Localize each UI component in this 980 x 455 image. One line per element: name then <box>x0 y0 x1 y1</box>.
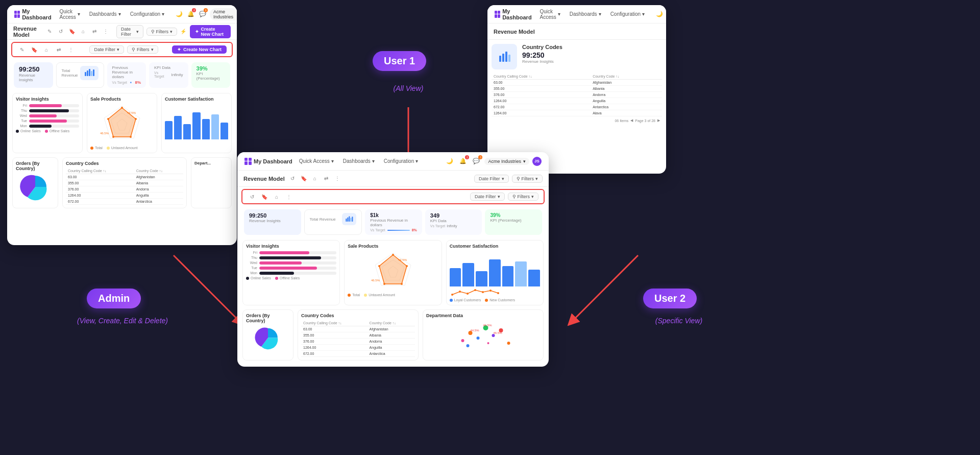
settings-icon-center[interactable]: ⇄ <box>322 174 331 183</box>
nav-cfg-right[interactable]: Configuration▾ <box>608 10 647 18</box>
moon-icon-center[interactable]: 🌙 <box>445 156 455 166</box>
svg-rect-3 <box>91 71 92 76</box>
edit-tb-center2[interactable]: 🔖 <box>260 192 269 201</box>
edit-icon-center[interactable]: ↺ <box>288 174 297 183</box>
edit-tb-center1[interactable]: ↺ <box>248 192 257 201</box>
kpi-prev-rev-left: Previous Revenue in dollars Vs Target 8% <box>107 62 146 88</box>
edit-tb-icon1[interactable]: ✎ <box>17 45 27 54</box>
nav-dashboards-left[interactable]: Dashboards ▾ <box>87 10 124 18</box>
home-icon[interactable]: ⌂ <box>79 27 88 36</box>
edit-tb-center-more[interactable]: ⋮ <box>284 192 293 201</box>
date-filter-center[interactable]: Date Filter▾ <box>474 175 509 183</box>
nav-dash-center[interactable]: Dashboards▾ <box>340 157 377 165</box>
table-row: 672.00Antarctica <box>301 351 415 357</box>
revenue-label-left: Total Revenue <box>62 68 78 78</box>
edit-tb-icon4[interactable]: ⇄ <box>54 45 63 54</box>
user2-bubble: User 2 <box>643 289 697 308</box>
page-info-right: 06 Items ◀ Page 3 of 28 ▶ <box>492 116 662 125</box>
msg-icon-center[interactable]: 💬3 <box>471 156 481 166</box>
sale-products-center: Sale Products 44.5% 46.5% Total <box>344 240 442 305</box>
svg-text:44.5%: 44.5% <box>127 111 136 114</box>
lightning-icon[interactable]: ⚡ <box>180 27 187 36</box>
kpi-row-center: 99:250 Revenue Insights Total Revenue $1… <box>237 206 549 238</box>
customer-satisfaction-left: Customer Satisfaction <box>161 93 232 153</box>
vbar-chart-left <box>165 104 228 139</box>
table-row: 376.00Andorra <box>492 92 662 98</box>
create-btn-edit[interactable]: ✦ Create New Chart <box>172 45 227 54</box>
svg-point-38 <box>467 293 469 295</box>
company-pill-center[interactable]: Acme Industries▾ <box>484 158 529 165</box>
nav-cfg-center[interactable]: Configuration▾ <box>381 157 421 165</box>
kpi-insights-center: 99:250 Revenue Insights <box>244 209 301 235</box>
dept-title: Depart... <box>194 161 228 165</box>
logo-right: My Dashboard <box>495 8 533 20</box>
date-filter-edit[interactable]: Date Filter ▾ <box>89 45 124 54</box>
svg-text:46.5%: 46.5% <box>100 132 109 135</box>
svg-point-51 <box>487 342 489 344</box>
kpi-revenue-center: Total Revenue <box>304 209 362 235</box>
nav-quick-access-left[interactable]: Quick Access ▾ <box>57 8 82 21</box>
svg-point-36 <box>451 294 453 296</box>
filters-btn-left[interactable]: ⚲ Filters ▾ <box>146 28 178 36</box>
user2-sub: (Specific View) <box>633 317 725 325</box>
table-row: 376.00Andorra <box>301 339 415 345</box>
more-icon[interactable]: ⋮ <box>101 27 110 36</box>
moon-icon-right[interactable]: 🌙 <box>655 9 664 19</box>
kpi-pct-left: 39% KPI (Percentage) <box>191 62 231 88</box>
nav-qa-center[interactable]: Quick Access▾ <box>297 157 336 165</box>
settings-icon[interactable]: ⇄ <box>90 27 99 36</box>
moon-icon[interactable]: 🌙 <box>175 9 184 19</box>
svg-point-32 <box>383 283 385 285</box>
more-icon-center[interactable]: ⋮ <box>333 174 342 183</box>
svg-rect-20 <box>346 219 347 222</box>
orders-country-center: Orders (By Country) <box>242 309 293 361</box>
refresh-icon[interactable]: ↺ <box>56 27 65 36</box>
logo-center: My Dashboard <box>244 158 292 165</box>
svg-point-39 <box>474 289 476 291</box>
svg-rect-1 <box>87 70 88 76</box>
svg-point-10 <box>135 118 137 120</box>
edit-toolbar-center: ↺ 🔖 ⌂ ⋮ Date Filter▾ ⚲ Filters▾ <box>241 189 545 204</box>
svg-point-9 <box>121 107 123 109</box>
filters-edit-center[interactable]: ⚲ Filters▾ <box>508 193 539 201</box>
table-row: 63.00Afghanistan <box>492 80 662 86</box>
nav-configuration-left[interactable]: Configuration ▾ <box>128 10 167 18</box>
notification-icon[interactable]: 🔔2 <box>187 9 195 19</box>
filters-center[interactable]: ⚲ Filters▾ <box>512 175 543 183</box>
admin-sub: (View, Create, Edit & Delete) <box>66 317 179 325</box>
right-card-content: Country Codes 99:250 Revenue Insights Co… <box>487 40 666 129</box>
logo-grid-icon <box>14 11 20 18</box>
edit-tb-center3[interactable]: ⌂ <box>272 192 281 201</box>
edit-tb-icon2[interactable]: 🔖 <box>30 45 39 54</box>
edit-icon[interactable]: ✎ <box>45 27 54 36</box>
svg-point-45 <box>477 337 480 340</box>
bookmark-icon[interactable]: 🔖 <box>67 27 77 36</box>
filters-edit[interactable]: ⚲ Filters ▾ <box>127 45 158 54</box>
nav-dash-right[interactable]: Dashboards▾ <box>567 10 604 18</box>
notif-icon-center[interactable]: 🔔2 <box>458 156 468 166</box>
svg-rect-2 <box>89 69 90 76</box>
svg-point-40 <box>482 291 484 293</box>
navbar-left: My Dashboard Quick Access ▾ Dashboards ▾… <box>7 5 237 23</box>
edit-tb-icon3[interactable]: ⌂ <box>42 45 51 54</box>
app-title-center: My Dashboard <box>254 158 292 164</box>
home-icon-center[interactable]: ⌂ <box>310 174 320 183</box>
edit-tb-more[interactable]: ⋮ <box>66 45 76 54</box>
table-row: 63.00Afghanistan <box>66 174 183 180</box>
nav-qa-right[interactable]: Quick Access▾ <box>537 8 562 21</box>
kpi-row-left: 99:250 Revenue Insights Total Revenue Pr… <box>7 59 237 91</box>
company-pill-left[interactable]: Acme Industries ▾ <box>210 8 237 20</box>
svg-point-12 <box>112 136 114 138</box>
svg-text:44.5%: 44.5% <box>398 258 407 261</box>
message-icon[interactable]: 💬3 <box>198 9 207 19</box>
date-filter-left[interactable]: Date Filter ▾ <box>116 25 143 38</box>
user1-sub: (All View) <box>373 84 444 92</box>
date-filter-edit-center[interactable]: Date Filter▾ <box>470 193 505 201</box>
svg-point-41 <box>489 290 492 292</box>
avatar-center[interactable]: JS <box>532 157 542 166</box>
bookmark-icon-center[interactable]: 🔖 <box>299 174 308 183</box>
svg-point-37 <box>459 291 461 293</box>
svg-text:44.5%: 44.5% <box>471 329 480 332</box>
svg-point-11 <box>130 136 132 138</box>
create-btn-left[interactable]: ✦ Create New Chart <box>190 25 231 38</box>
